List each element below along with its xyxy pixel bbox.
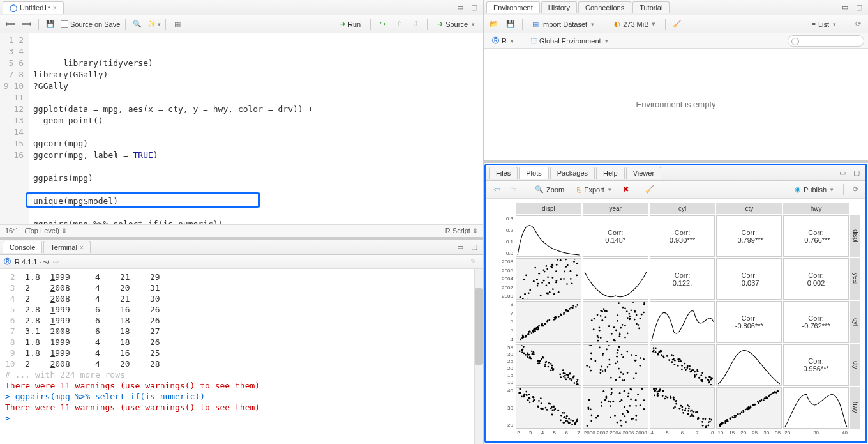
svg-point-86 — [531, 333, 533, 335]
svg-point-623 — [702, 418, 704, 420]
save-icon[interactable]: 💾 — [44, 18, 57, 31]
close-icon[interactable]: × — [80, 244, 84, 251]
forward-icon[interactable]: ⟹ — [20, 18, 33, 31]
minimize-icon[interactable]: ▭ — [839, 1, 851, 14]
scrollbar[interactable] — [474, 269, 483, 444]
list-view-button[interactable]: ≡ List — [807, 19, 841, 30]
svg-point-313 — [622, 356, 624, 358]
source-tab[interactable]: ◯ Untitled1* × — [3, 1, 64, 14]
rerun-icon[interactable]: ↪ — [376, 18, 389, 31]
svg-point-148 — [596, 335, 598, 337]
svg-point-552 — [623, 390, 625, 392]
minimize-icon[interactable]: ▭ — [454, 1, 467, 14]
x-ticks: 45678 — [650, 430, 715, 440]
prev-plot-icon[interactable]: ⇦ — [490, 183, 503, 196]
broom-icon[interactable]: 🧹 — [671, 18, 684, 31]
svg-point-232 — [521, 345, 523, 346]
env-tab-environment[interactable]: Environment — [486, 1, 540, 13]
console-output[interactable]: 2 1.8 1999 4 21 29 3 2 2008 4 20 31 4 2 … — [0, 269, 483, 444]
svg-point-337 — [608, 363, 610, 365]
source-on-save-checkbox[interactable]: Source on Save — [61, 20, 120, 28]
svg-point-383 — [671, 354, 673, 356]
svg-point-297 — [601, 365, 602, 367]
export-button[interactable]: ⎘Export — [572, 184, 616, 195]
svg-point-524 — [605, 395, 607, 397]
source-button[interactable]: ➔Source — [433, 18, 479, 30]
col-header: cyl — [650, 203, 715, 214]
svg-point-249 — [563, 372, 565, 374]
clear-console-icon[interactable]: ✎ — [467, 256, 479, 268]
console-tab[interactable]: Console — [3, 241, 42, 253]
svg-point-414 — [653, 349, 655, 351]
next-plot-icon[interactable]: ⇨ — [507, 183, 520, 196]
svg-point-114 — [565, 309, 567, 311]
correlation-cell: Corr:-0.037 — [716, 258, 782, 300]
plots-tab-files[interactable]: Files — [489, 167, 518, 179]
env-scope[interactable]: ⬚Global Environment — [526, 34, 613, 47]
down-icon[interactable]: ⇩ — [409, 18, 422, 31]
svg-point-697 — [765, 397, 767, 399]
svg-point-489 — [540, 408, 542, 410]
up-icon[interactable]: ⇧ — [393, 18, 405, 31]
terminal-tab[interactable]: Terminal× — [43, 241, 90, 253]
env-tab-history[interactable]: History — [541, 1, 577, 13]
plots-tab-packages[interactable]: Packages — [550, 167, 595, 179]
code-editor[interactable]: 1 2 3 4 5 6 7 8 9 10 11 12 13 14 15 16 l… — [0, 33, 483, 224]
svg-point-341 — [608, 358, 610, 360]
lang-scope[interactable]: Ⓡ R — [488, 34, 518, 47]
goto-wd-icon[interactable]: ⇨ — [53, 257, 59, 266]
find-icon[interactable]: 🔍 — [131, 18, 144, 31]
maximize-icon[interactable]: ▢ — [850, 167, 863, 180]
minimize-icon[interactable]: ▭ — [836, 167, 849, 180]
svg-point-312 — [639, 365, 641, 367]
import-dataset-button[interactable]: ▦Import Dataset — [528, 18, 599, 30]
svg-point-573 — [707, 421, 709, 423]
svg-point-453 — [532, 401, 534, 402]
svg-point-276 — [571, 378, 573, 380]
publish-button[interactable]: ◉Publish — [790, 183, 838, 195]
svg-point-209 — [629, 316, 631, 318]
svg-point-59 — [565, 266, 567, 268]
remove-plot-icon[interactable]: ✖ — [620, 183, 632, 196]
load-icon[interactable]: 📂 — [488, 18, 500, 31]
svg-point-412 — [662, 356, 664, 358]
wand-icon[interactable]: ✨ — [147, 18, 160, 31]
clear-plots-icon[interactable]: 🧹 — [643, 183, 656, 196]
svg-point-322 — [602, 370, 604, 372]
plots-tab-viewer[interactable]: Viewer — [626, 167, 661, 179]
svg-point-477 — [566, 415, 568, 417]
env-tab-connections[interactable]: Connections — [578, 1, 631, 13]
zoom-button[interactable]: 🔍Zoom — [530, 183, 569, 195]
svg-point-160 — [636, 314, 638, 316]
maximize-icon[interactable]: ▢ — [853, 1, 865, 14]
refresh-plot-icon[interactable]: ⟳ — [849, 183, 862, 196]
svg-point-579 — [674, 406, 676, 408]
svg-point-136 — [534, 330, 536, 332]
svg-point-566 — [692, 411, 694, 413]
scope-selector[interactable]: (Top Level) ⇕ — [25, 227, 67, 234]
svg-point-662 — [747, 408, 749, 410]
plots-tab-help[interactable]: Help — [596, 167, 625, 179]
svg-point-550 — [639, 404, 641, 406]
grid-icon: ▦ — [532, 20, 539, 28]
env-tab-tutorial[interactable]: Tutorial — [632, 1, 670, 13]
run-button[interactable]: ➔Run — [335, 18, 365, 30]
svg-point-280 — [617, 349, 619, 351]
minimize-icon[interactable]: ▭ — [454, 241, 467, 254]
memory-indicator[interactable]: ◐273 MiB ▾ — [610, 18, 659, 30]
env-search-input[interactable] — [788, 35, 864, 47]
scatter-plot — [583, 344, 648, 386]
close-icon[interactable]: × — [53, 4, 57, 11]
maximize-icon[interactable]: ▢ — [468, 1, 481, 14]
refresh-icon[interactable]: ⟳ — [851, 18, 864, 31]
svg-point-441 — [551, 409, 553, 411]
save-env-icon[interactable]: 💾 — [504, 18, 517, 31]
maximize-icon[interactable]: ▢ — [468, 241, 481, 254]
svg-point-574 — [688, 406, 690, 408]
back-icon[interactable]: ⟸ — [4, 18, 17, 31]
lang-selector[interactable]: R Script ⇕ — [445, 227, 478, 235]
svg-point-422 — [571, 424, 573, 425]
density-plot — [716, 344, 782, 386]
plots-tab-plots[interactable]: Plots — [519, 167, 548, 179]
notebook-icon[interactable]: ▦ — [171, 18, 184, 31]
